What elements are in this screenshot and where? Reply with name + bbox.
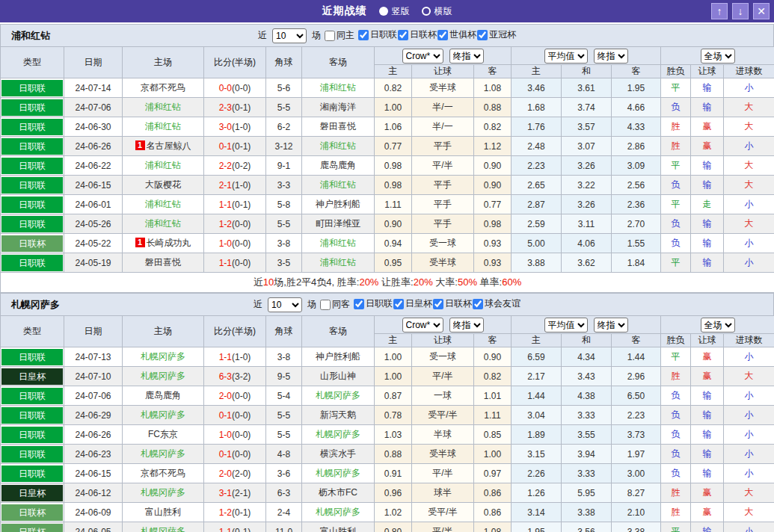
radio-selected-icon[interactable]	[379, 7, 388, 16]
fulltime-score: 0-1	[219, 410, 232, 421]
away-team: 横滨水手	[302, 445, 375, 464]
home-team: 浦和红钻	[123, 117, 204, 137]
average-time-select[interactable]: 终指	[594, 49, 628, 64]
result-goals: 大	[745, 371, 754, 381]
league-filter[interactable]: 日联杯	[397, 28, 437, 41]
fulltime-score: 1-1	[219, 352, 232, 362]
bookmaker-select[interactable]: Crow*	[402, 318, 443, 332]
odds-away: 0.93	[474, 234, 512, 253]
average-select[interactable]: 平均值	[544, 318, 588, 332]
home-team-name: 札幌冈萨多	[141, 526, 185, 532]
match-date: 24-05-19	[64, 253, 123, 273]
league-checkbox[interactable]	[433, 299, 443, 309]
result-outcome-cell: 平	[661, 347, 691, 367]
league-checkbox[interactable]	[437, 30, 448, 40]
league-checkbox[interactable]	[473, 299, 483, 309]
home-team: 浦和红钻	[123, 195, 204, 214]
avg-away: 2.23	[612, 406, 661, 425]
match-row: 日职联24-07-06鹿岛鹿角2-0(0-0)5-4札幌冈萨多0.87一球1.0…	[1, 386, 774, 406]
league-badge: 日职联	[1, 388, 63, 404]
odds-home: 0.94	[375, 234, 412, 253]
corner-count: 11-0	[266, 522, 302, 532]
league-badge: 日联杯	[1, 235, 63, 252]
titlebar-center: 近期战绩 竖版 横版	[0, 4, 774, 18]
result-goals: 小	[745, 82, 754, 93]
away-team-name: 鹿岛鹿角	[320, 160, 356, 170]
odds-time-select[interactable]: 终指	[449, 318, 484, 332]
move-down-button[interactable]: ↓	[732, 3, 749, 19]
bookmaker-select[interactable]: Crow*	[402, 49, 443, 64]
result-handicap: 赢	[703, 351, 712, 362]
average-time-select[interactable]: 终指	[594, 318, 628, 332]
result-handicap-cell: 输	[691, 386, 724, 406]
fulltime-score: 0-0	[219, 83, 232, 93]
odds-home: 0.95	[375, 253, 412, 273]
home-team-name: 浦和红钻	[145, 102, 181, 112]
average-select[interactable]: 平均值	[544, 49, 588, 64]
close-button[interactable]: ✕	[753, 3, 770, 19]
league-checkbox[interactable]	[477, 30, 488, 40]
league-filter[interactable]: 日皇杯	[393, 297, 432, 310]
league-filter[interactable]: 日联杯	[432, 297, 472, 310]
result-outcome: 负	[672, 390, 681, 400]
radio-unselected-icon[interactable]	[422, 7, 431, 16]
avg-away: 2.10	[612, 503, 661, 522]
corner-count: 3-6	[266, 464, 302, 483]
halftime-score: (0-1)	[232, 141, 251, 152]
move-up-button[interactable]: ↑	[711, 3, 728, 19]
result-handicap-cell: 赢	[691, 503, 724, 522]
match-count-select[interactable]: 10	[268, 297, 302, 312]
away-team: 札幌冈萨多	[302, 425, 375, 445]
odds-handicap: 平/半	[412, 464, 474, 483]
home-team: FC东京	[123, 425, 204, 445]
avg-home: 3.14	[512, 503, 562, 522]
league-checkbox[interactable]	[398, 30, 408, 40]
away-team-name: 浦和红钻	[320, 82, 356, 93]
league-filter[interactable]: 球会友谊	[472, 297, 520, 310]
fulltime-select[interactable]: 全场	[701, 318, 735, 332]
league-label: 日职联	[366, 297, 393, 310]
league-filter[interactable]: 日职联	[357, 28, 397, 41]
fulltime-group: 全场	[661, 316, 774, 334]
result-handicap-cell: 输	[691, 214, 724, 234]
odds-handicap: 受一球	[412, 234, 474, 253]
fulltime-select[interactable]: 全场	[701, 49, 735, 64]
league-checkbox[interactable]	[358, 30, 369, 40]
col-type: 类型	[1, 47, 64, 78]
col-odds-away: 客	[474, 65, 512, 78]
result-outcome-cell: 负	[661, 234, 691, 253]
fulltime-score: 1-0	[219, 430, 232, 440]
same-venue-filter[interactable]: 同客	[319, 298, 350, 311]
avg-home: 1.44	[512, 386, 562, 406]
avg-home: 2.65	[512, 176, 562, 195]
league-filter[interactable]: 日职联	[353, 297, 393, 310]
odds-home: 1.06	[375, 117, 412, 137]
fulltime-score: 2-2	[219, 161, 232, 171]
match-row: 日职联24-06-261名古屋鲸八0-1(0-1)3-12浦和红钻0.77平手1…	[1, 137, 774, 156]
result-goals: 小	[745, 238, 754, 248]
result-goals-cell: 小	[724, 464, 774, 483]
avg-home: 1.89	[512, 425, 562, 445]
match-count-select[interactable]: 10	[272, 28, 307, 43]
radio-horizontal[interactable]: 横版	[422, 5, 452, 18]
match-date: 24-06-29	[64, 406, 123, 425]
avg-home: 2.17	[512, 367, 562, 386]
league-badge: 日皇杯	[1, 485, 63, 501]
match-row: 日职联24-06-15大阪樱花2-1(1-0)3-3浦和红钻0.98平手0.90…	[1, 176, 774, 195]
col-handicap: 让球	[412, 334, 474, 347]
radio-vertical[interactable]: 竖版	[379, 5, 410, 18]
league-filter[interactable]: 世俱杯	[437, 28, 476, 41]
same-venue-filter[interactable]: 同主	[324, 29, 354, 42]
same-venue-checkbox[interactable]	[325, 31, 335, 41]
same-venue-checkbox[interactable]	[320, 300, 331, 310]
league-filter[interactable]: 亚冠杯	[476, 28, 516, 41]
result-handicap: 输	[703, 179, 712, 190]
fulltime-score: 1-1	[219, 258, 232, 268]
result-outcome: 负	[672, 429, 681, 439]
halftime-score: (2-1)	[232, 488, 251, 498]
score-cell: 0-1(0-0)	[204, 406, 266, 425]
league-checkbox[interactable]	[354, 299, 364, 309]
odds-time-select[interactable]: 终指	[449, 49, 484, 64]
avg-draw: 4.06	[562, 234, 612, 253]
league-checkbox[interactable]	[393, 299, 404, 309]
